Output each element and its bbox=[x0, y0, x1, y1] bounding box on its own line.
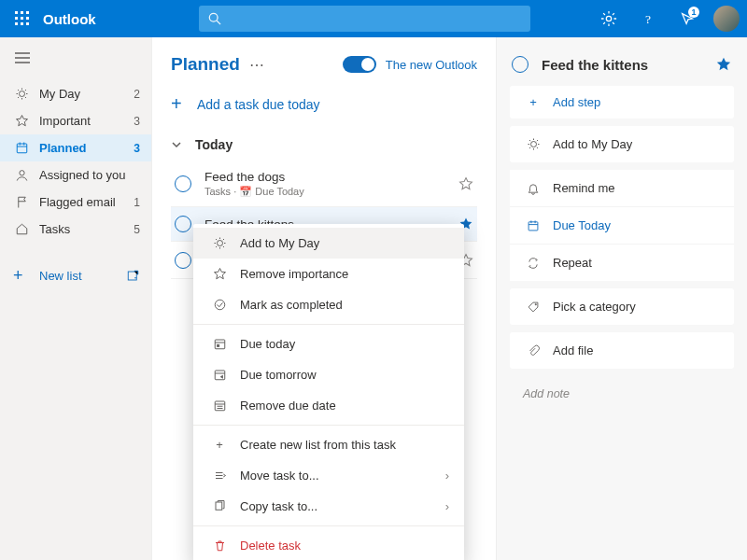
add-file-button[interactable]: Add file bbox=[510, 332, 734, 369]
task-complete-circle[interactable] bbox=[175, 216, 191, 232]
sidebar-item-count: 2 bbox=[134, 88, 140, 101]
search-input[interactable] bbox=[199, 6, 530, 32]
detail-title[interactable]: Feed the kittens bbox=[542, 57, 648, 73]
sidebar-item-tasks[interactable]: Tasks 5 bbox=[0, 216, 151, 243]
help-icon[interactable]: ? bbox=[635, 6, 661, 32]
toggle-label: The new Outlook bbox=[386, 58, 477, 72]
add-step-button[interactable]: + Add step bbox=[510, 86, 734, 119]
menu-separator bbox=[193, 425, 464, 426]
star-icon[interactable] bbox=[715, 56, 732, 73]
pick-category-button[interactable]: Pick a category bbox=[510, 288, 734, 325]
copy-icon bbox=[208, 499, 231, 513]
star-icon[interactable] bbox=[458, 176, 473, 191]
page-title: Planned bbox=[171, 54, 240, 75]
svg-point-11 bbox=[606, 16, 611, 21]
svg-line-10 bbox=[217, 21, 220, 24]
sidebar-item-flagged[interactable]: Flagged email 1 bbox=[0, 189, 151, 216]
notification-badge: 1 bbox=[688, 7, 699, 18]
svg-rect-4 bbox=[21, 17, 23, 20]
person-icon bbox=[13, 168, 30, 182]
calendar-today-icon bbox=[208, 337, 231, 351]
add-task-button[interactable]: + Add a task due today bbox=[171, 93, 477, 115]
settings-icon[interactable] bbox=[596, 6, 622, 32]
remind-me-button[interactable]: Remind me bbox=[510, 170, 734, 207]
sidebar-item-count: 3 bbox=[134, 142, 140, 155]
add-task-label: Add a task due today bbox=[197, 97, 320, 112]
svg-rect-23 bbox=[217, 344, 218, 346]
sun-icon bbox=[13, 87, 30, 101]
sun-icon bbox=[523, 137, 543, 151]
menu-add-to-myday[interactable]: Add to My Day bbox=[193, 228, 464, 259]
calendar-icon bbox=[523, 219, 543, 232]
menu-mark-completed[interactable]: Mark as completed bbox=[193, 289, 464, 320]
repeat-icon bbox=[523, 257, 543, 270]
svg-rect-18 bbox=[529, 221, 538, 230]
svg-rect-16 bbox=[128, 272, 136, 280]
search-icon bbox=[208, 12, 221, 25]
task-complete-circle[interactable] bbox=[175, 252, 191, 269]
svg-point-19 bbox=[535, 303, 536, 304]
menu-remove-due-date[interactable]: Remove due date bbox=[193, 390, 464, 421]
plus-icon: + bbox=[208, 438, 231, 452]
svg-point-17 bbox=[530, 142, 536, 147]
trash-icon bbox=[208, 539, 231, 553]
sidebar-item-label: Assigned to you bbox=[39, 168, 126, 182]
bell-icon bbox=[523, 182, 543, 195]
task-title: Feed the dogs bbox=[204, 170, 458, 184]
new-outlook-toggle[interactable] bbox=[343, 56, 376, 73]
svg-rect-8 bbox=[26, 22, 29, 25]
due-date-button[interactable]: Due Today bbox=[510, 207, 734, 245]
chevron-down-icon bbox=[171, 139, 195, 150]
svg-rect-0 bbox=[15, 11, 18, 14]
plus-icon: + bbox=[171, 93, 197, 115]
svg-rect-1 bbox=[21, 11, 23, 14]
task-complete-circle[interactable] bbox=[512, 56, 529, 73]
more-options-icon[interactable]: ⋯ bbox=[249, 56, 264, 74]
app-launcher-icon[interactable] bbox=[7, 4, 37, 34]
new-list-button[interactable]: + New list bbox=[0, 259, 151, 291]
sidebar-item-count: 5 bbox=[134, 223, 140, 236]
task-complete-circle[interactable] bbox=[175, 175, 191, 192]
avatar[interactable] bbox=[713, 6, 740, 32]
svg-point-15 bbox=[19, 171, 23, 175]
menu-move-task[interactable]: Move task to...› bbox=[193, 460, 464, 491]
detail-panel: Feed the kittens + Add step Add to My Da… bbox=[497, 37, 747, 560]
menu-due-today[interactable]: Due today bbox=[193, 329, 464, 359]
chevron-right-icon: › bbox=[445, 499, 449, 513]
menu-create-list[interactable]: +Create new list from this task bbox=[193, 429, 464, 460]
calendar-icon bbox=[13, 141, 30, 155]
menu-remove-importance[interactable]: Remove importance bbox=[193, 259, 464, 289]
menu-separator bbox=[193, 324, 464, 325]
sidebar: My Day 2 Important 3 Planned 3 Assigned … bbox=[0, 37, 152, 560]
task-row[interactable]: Feed the dogs Tasks · 📅 Due Today bbox=[171, 161, 477, 207]
calendar-remove-icon bbox=[208, 399, 231, 413]
add-note-input[interactable]: Add note bbox=[510, 376, 734, 412]
sidebar-item-label: Flagged email bbox=[39, 195, 116, 209]
sidebar-item-myday[interactable]: My Day 2 bbox=[0, 80, 151, 107]
menu-copy-task[interactable]: Copy task to...› bbox=[193, 491, 464, 522]
star-icon bbox=[13, 114, 30, 128]
add-to-myday-button[interactable]: Add to My Day bbox=[510, 126, 734, 162]
plus-icon: + bbox=[523, 95, 543, 109]
notifications-icon[interactable]: 1 bbox=[674, 6, 700, 32]
app-header: Outlook ? 1 bbox=[0, 0, 747, 37]
calendar-tomorrow-icon bbox=[208, 368, 231, 382]
sidebar-item-assigned[interactable]: Assigned to you bbox=[0, 161, 151, 189]
menu-delete-task[interactable]: Delete task bbox=[193, 530, 464, 560]
menu-due-tomorrow[interactable]: Due tomorrow bbox=[193, 359, 464, 390]
plus-icon: + bbox=[13, 267, 30, 284]
hamburger-icon[interactable] bbox=[0, 49, 151, 80]
sidebar-item-count: 1 bbox=[134, 196, 140, 209]
group-header-today[interactable]: Today bbox=[171, 137, 477, 152]
sidebar-item-important[interactable]: Important 3 bbox=[0, 107, 151, 134]
check-circle-icon bbox=[208, 298, 231, 312]
star-icon bbox=[208, 267, 231, 281]
task-meta: Tasks · 📅 Due Today bbox=[204, 186, 458, 198]
svg-point-20 bbox=[217, 241, 222, 246]
sidebar-item-planned[interactable]: Planned 3 bbox=[0, 134, 151, 161]
sidebar-item-label: Important bbox=[39, 114, 91, 128]
repeat-button[interactable]: Repeat bbox=[510, 245, 734, 281]
sun-icon bbox=[208, 236, 231, 250]
new-group-icon[interactable] bbox=[126, 269, 140, 283]
sidebar-item-label: My Day bbox=[39, 87, 80, 101]
